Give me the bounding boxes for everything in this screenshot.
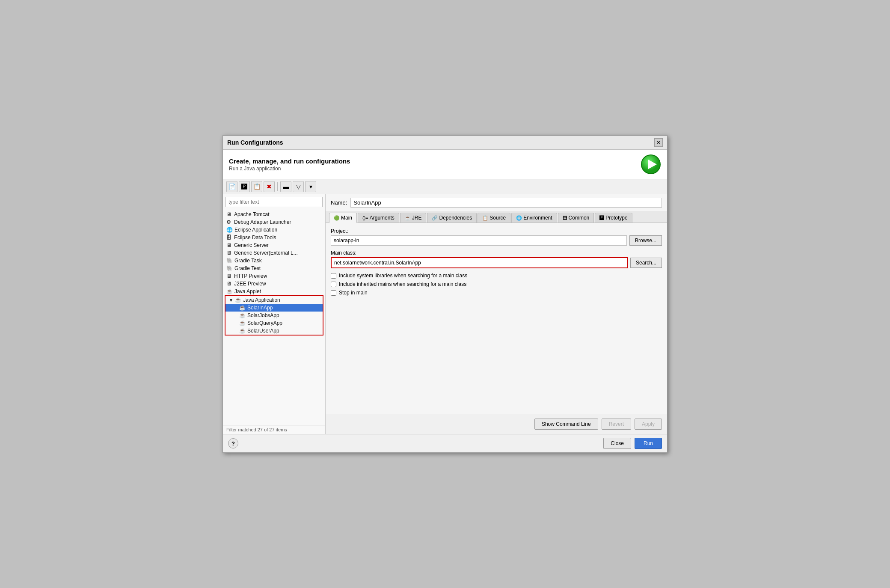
tree-item-label: SolarInApp [247,305,273,311]
bottom-buttons: Show Command Line Revert Apply [326,414,667,434]
tab-label: Source [490,215,506,221]
separator [277,182,278,191]
tab-label: Main [341,215,352,221]
tree-item-j2ee-preview[interactable]: 🖥 J2EE Preview [223,280,325,288]
tab-jre[interactable]: ☕ JRE [400,213,427,223]
new-proto-button[interactable]: 🅿 [239,181,250,192]
tree-item-solar-in-app[interactable]: ☕ SolarInApp [225,304,323,312]
main-tab-icon: 🟢 [334,215,340,221]
project-row: Browse... [331,235,662,246]
tree-item-label: Generic Server(External L... [234,250,298,256]
tree-item-label: Apache Tomcat [234,211,270,217]
expand-arrow-icon: ▼ [229,298,233,303]
java-applet-icon: ☕ [226,288,233,294]
tab-arguments[interactable]: ()= Arguments [358,213,399,223]
tab-label: Arguments [370,215,395,221]
filter-button[interactable]: ▽ [293,181,304,192]
tree-list: 🖥 Apache Tomcat ⚙ Debug Adapter Launcher… [223,210,325,425]
generic-server-ext-icon: 🖥 [226,250,232,256]
name-row: Name: [326,194,667,211]
tree-item-eclipse-data[interactable]: 🗄 Eclipse Data Tools [223,234,325,241]
tree-item-debug-adapter[interactable]: ⚙ Debug Adapter Launcher [223,218,325,226]
tab-label: Dependencies [439,215,472,221]
tab-label: Environment [523,215,552,221]
solar-in-app-icon: ☕ [239,305,246,311]
include-inherited-mains-checkbox[interactable] [331,282,336,287]
tree-item-label: HTTP Preview [234,273,267,279]
filter-input[interactable] [225,197,323,207]
revert-button[interactable]: Revert [602,419,631,430]
main-class-label: Main class: [331,250,662,256]
project-browse-button[interactable]: Browse... [629,235,662,246]
run-icon [641,154,661,175]
header: Create, manage, and run configurations R… [223,150,667,179]
tree-item-java-application[interactable]: ▼ ☕ Java Application [225,296,323,304]
tree-item-label: J2EE Preview [234,281,266,287]
delete-button[interactable]: ✖ [264,181,275,192]
run-button[interactable]: Run [635,438,662,449]
name-input[interactable] [350,198,662,208]
tree-item-solar-jobs-app[interactable]: ☕ SolarJobsApp [225,312,323,319]
close-icon[interactable]: ✕ [654,138,663,147]
include-system-libs-checkbox[interactable] [331,273,336,279]
name-label: Name: [331,199,347,206]
tree-item-java-applet[interactable]: ☕ Java Applet [223,288,325,295]
tree-item-gradle-test[interactable]: 🐘 Gradle Test [223,264,325,272]
tree-item-label: Java Applet [234,288,261,294]
tab-dependencies[interactable]: 🔗 Dependencies [427,213,477,223]
tree-item-http-preview[interactable]: 🖥 HTTP Preview [223,272,325,280]
stop-in-main-checkbox[interactable] [331,290,336,296]
tree-item-eclipse-app[interactable]: 🌐 Eclipse Application [223,226,325,234]
help-button[interactable]: ? [228,438,238,448]
prototype-tab-icon: 🅿 [599,215,604,220]
solar-user-app-icon: ☕ [239,328,246,334]
collapse-button[interactable]: ▬ [280,181,291,192]
header-subtitle: Create, manage, and run configurations [229,157,350,165]
stop-in-main-label: Stop in main [339,290,368,296]
java-application-icon: ☕ [235,297,241,303]
solar-jobs-app-icon: ☕ [239,312,246,318]
run-configurations-dialog: Run Configurations ✕ Create, manage, and… [222,135,668,453]
gradle-task-icon: 🐘 [226,258,233,264]
tree-item-label: SolarQueryApp [247,320,282,326]
tree-item-label: Java Application [243,297,280,303]
source-tab-icon: 📋 [482,215,488,221]
main-class-input[interactable] [331,257,628,268]
new-config-button[interactable]: 📄 [226,181,237,192]
tab-common[interactable]: 🖼 Common [558,213,594,223]
header-description: Run a Java application [229,166,350,172]
show-command-line-button[interactable]: Show Command Line [534,419,598,430]
project-input[interactable] [331,235,627,246]
footer-right: Close Run [603,438,662,449]
tree-item-label: Generic Server [234,242,269,248]
toolbar: 📄 🅿 📋 ✖ ▬ ▽ ▾ [223,179,667,194]
dialog-title: Run Configurations [227,139,283,146]
tree-item-generic-server[interactable]: 🖥 Generic Server [223,241,325,249]
main-class-search-button[interactable]: Search... [630,258,662,268]
j2ee-preview-icon: 🖥 [226,281,232,287]
tree-item-solar-query-app[interactable]: ☕ SolarQueryApp [225,319,323,327]
tree-item-apache-tomcat[interactable]: 🖥 Apache Tomcat [223,211,325,218]
header-text: Create, manage, and run configurations R… [229,157,350,172]
apply-button[interactable]: Apply [635,419,662,430]
duplicate-button[interactable]: 📋 [251,181,262,192]
tree-item-gradle-task[interactable]: 🐘 Gradle Task [223,257,325,264]
left-panel: 🖥 Apache Tomcat ⚙ Debug Adapter Launcher… [223,194,326,434]
tab-source[interactable]: 📋 Source [478,213,510,223]
gradle-test-icon: 🐘 [226,265,233,271]
jre-tab-icon: ☕ [405,215,411,221]
tab-main[interactable]: 🟢 Main [329,213,357,223]
tab-environment[interactable]: 🌐 Environment [511,213,557,223]
tabs-bar: 🟢 Main ()= Arguments ☕ JRE 🔗 Dependencie… [326,211,667,223]
eclipse-data-icon: 🗄 [226,235,232,241]
title-bar: Run Configurations ✕ [223,136,667,150]
tree-item-generic-server-ext[interactable]: 🖥 Generic Server(External L... [223,249,325,257]
filter-dropdown-button[interactable]: ▾ [305,181,316,192]
dependencies-tab-icon: 🔗 [432,215,438,221]
common-tab-icon: 🖼 [563,215,567,220]
footer-left: ? [228,438,238,448]
tab-label: Common [569,215,590,221]
tree-item-solar-user-app[interactable]: ☕ SolarUserApp [225,327,323,335]
tab-prototype[interactable]: 🅿 Prototype [595,213,632,223]
close-button[interactable]: Close [603,438,631,449]
